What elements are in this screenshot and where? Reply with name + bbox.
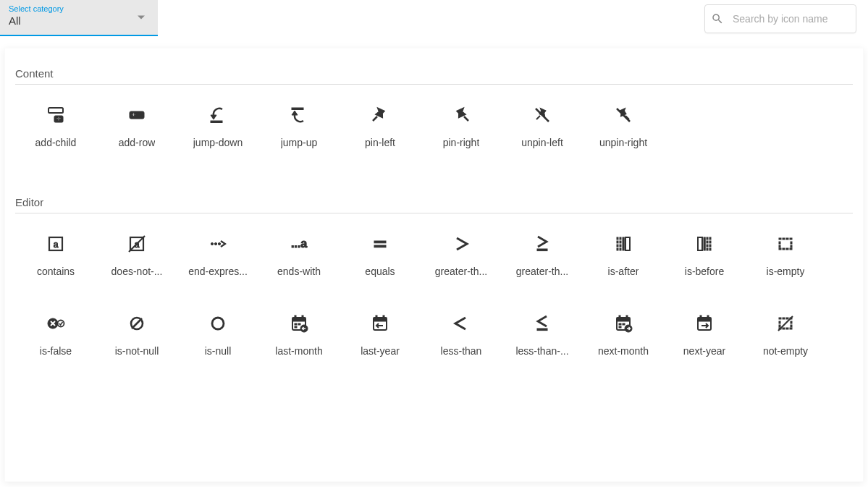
icon-label: unpin-left (521, 137, 563, 148)
icon-cell-is-false[interactable]: is-false (15, 312, 96, 357)
section-divider (15, 213, 853, 213)
last-month-icon (285, 312, 313, 335)
icon-cell-equals[interactable]: equals (340, 232, 421, 277)
contains-icon (41, 232, 70, 255)
is-before-icon (690, 232, 719, 255)
end-expression-icon (203, 232, 232, 255)
is-not-null-icon (122, 312, 151, 335)
search-input[interactable] (731, 12, 850, 25)
icon-label: ends-with (277, 266, 321, 277)
category-select-value: All (9, 14, 149, 27)
icon-cell-is-not-null[interactable]: is-not-null (96, 312, 177, 357)
add-row-icon (122, 103, 151, 127)
icon-cell-is-after[interactable]: is-after (583, 232, 664, 277)
icon-label: is-before (685, 266, 724, 277)
icon-cell-pin-left[interactable]: pin-left (340, 103, 421, 148)
icon-label: is-null (205, 345, 232, 357)
icon-grid: containsdoes-not-...end-expres...ends-wi… (15, 232, 853, 391)
icon-cell-not-empty[interactable]: not-empty (745, 312, 826, 357)
icon-label: last-month (275, 345, 322, 357)
icon-label: add-child (35, 137, 77, 148)
icon-label: does-not-... (111, 266, 163, 277)
icon-label: less-than-... (515, 345, 568, 357)
jump-up-icon (285, 103, 313, 127)
category-select-label: Select category (9, 4, 149, 13)
less-than-or-equal-icon (528, 312, 557, 335)
icon-label: add-row (119, 137, 156, 148)
icon-cell-greater-than[interactable]: greater-th... (421, 232, 502, 277)
icon-label: pin-right (443, 137, 480, 148)
icon-cell-next-month[interactable]: next-month (583, 312, 664, 357)
icon-cell-contains[interactable]: contains (15, 232, 96, 277)
next-month-icon (609, 312, 638, 335)
section-title: Content (15, 67, 853, 80)
icon-label: is-not-null (115, 345, 159, 357)
icon-grid: add-childadd-rowjump-downjump-uppin-left… (15, 103, 853, 183)
greater-than-icon (447, 232, 476, 255)
icon-cell-does-not-contain[interactable]: does-not-... (96, 232, 177, 277)
last-year-icon (366, 312, 395, 335)
icon-label: jump-up (281, 137, 318, 148)
is-empty-icon (771, 232, 800, 255)
icon-cell-jump-down[interactable]: jump-down (177, 103, 258, 148)
icon-label: greater-th... (516, 266, 568, 277)
is-false-icon (41, 312, 70, 335)
not-empty-icon (771, 312, 800, 335)
icon-label: is-after (608, 266, 639, 277)
category-select[interactable]: Select category All (0, 0, 158, 36)
icon-cell-is-null[interactable]: is-null (177, 312, 258, 357)
main-panel[interactable]: Contentadd-childadd-rowjump-downjump-upp… (4, 48, 864, 482)
section-title: Editor (15, 196, 853, 208)
is-after-icon (609, 232, 638, 255)
icon-cell-jump-up[interactable]: jump-up (258, 103, 340, 148)
icon-cell-unpin-left[interactable]: unpin-left (502, 103, 583, 148)
chevron-down-icon (138, 16, 145, 20)
next-year-icon (690, 312, 719, 335)
equals-icon (366, 232, 395, 255)
icon-cell-add-row[interactable]: add-row (96, 103, 177, 148)
icon-cell-unpin-right[interactable]: unpin-right (583, 103, 664, 148)
icon-cell-ends-with[interactable]: ends-with (258, 232, 340, 277)
section-divider (15, 84, 853, 85)
icon-cell-less-than[interactable]: less-than (421, 312, 502, 357)
icon-cell-pin-right[interactable]: pin-right (421, 103, 502, 148)
icon-label: pin-left (365, 137, 395, 148)
icon-label: unpin-right (599, 137, 647, 148)
icon-label: is-false (40, 345, 72, 357)
icon-label: contains (37, 266, 75, 277)
search-icon (711, 12, 724, 25)
pin-left-icon (366, 103, 395, 127)
icon-label: next-month (598, 345, 649, 357)
icon-label: jump-down (193, 137, 243, 148)
icon-cell-add-child[interactable]: add-child (15, 103, 96, 148)
add-child-icon (41, 103, 70, 127)
ends-with-icon (285, 232, 313, 255)
icon-label: last-year (361, 345, 400, 357)
unpin-right-icon (609, 103, 638, 127)
search-box[interactable] (704, 4, 856, 33)
icon-cell-last-year[interactable]: last-year (340, 312, 421, 357)
pin-right-icon (447, 103, 476, 127)
icon-cell-greater-than-or-equal[interactable]: greater-th... (502, 232, 583, 277)
greater-than-or-equal-icon (528, 232, 557, 255)
less-than-icon (447, 312, 476, 335)
icon-cell-next-year[interactable]: next-year (664, 312, 745, 357)
jump-down-icon (203, 103, 232, 127)
icon-label: greater-th... (435, 266, 487, 277)
icon-label: end-expres... (188, 266, 248, 277)
icon-label: is-empty (767, 266, 805, 277)
icon-label: equals (365, 266, 395, 277)
icon-cell-end-expression[interactable]: end-expres... (177, 232, 258, 277)
icon-cell-last-month[interactable]: last-month (258, 312, 340, 357)
icon-cell-less-than-or-equal[interactable]: less-than-... (502, 312, 583, 357)
does-not-contain-icon (122, 232, 151, 255)
icon-cell-is-before[interactable]: is-before (664, 232, 745, 277)
is-null-icon (203, 312, 232, 335)
icon-cell-is-empty[interactable]: is-empty (745, 232, 826, 277)
icon-label: not-empty (763, 345, 808, 357)
icon-label: less-than (441, 345, 482, 357)
topbar: Select category All (0, 0, 868, 41)
icon-label: next-year (683, 345, 725, 357)
unpin-left-icon (528, 103, 557, 127)
